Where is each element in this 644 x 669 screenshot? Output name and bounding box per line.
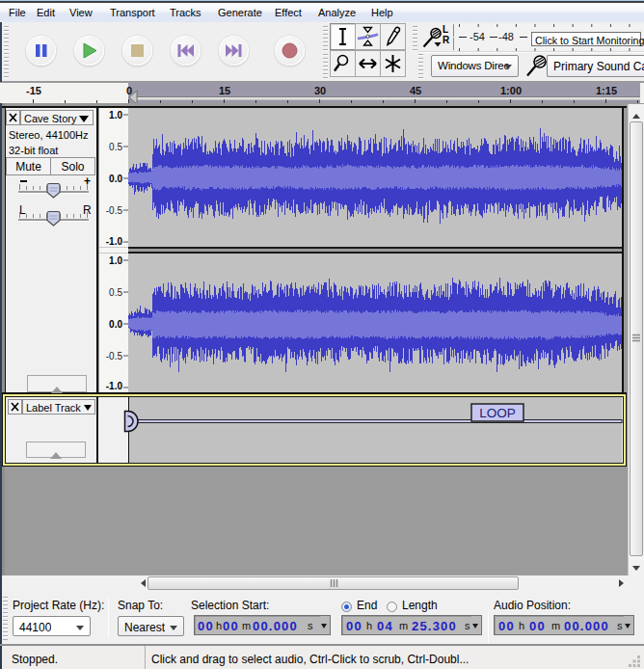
svg-text:LOOP: LOOP <box>479 406 516 420</box>
